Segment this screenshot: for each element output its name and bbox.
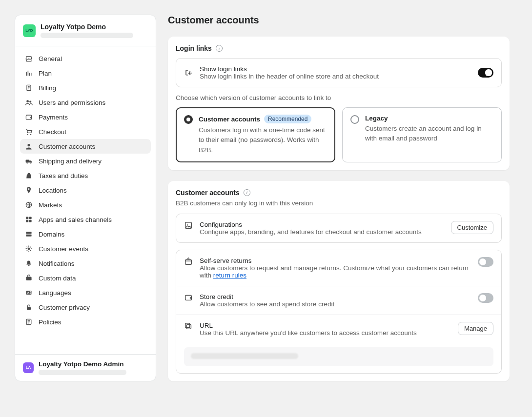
sidebar-item-checkout[interactable]: Checkout (20, 124, 151, 139)
cart-icon (25, 128, 33, 136)
language-icon: A文 (25, 289, 33, 297)
sidebar-item-label: Customer accounts (39, 143, 95, 150)
svg-rect-26 (185, 259, 192, 264)
svg-rect-17 (26, 235, 31, 237)
svg-text:A文: A文 (27, 291, 32, 294)
return-box-icon (184, 257, 193, 266)
sidebar-item-label: Custom data (39, 275, 76, 282)
wallet-icon (25, 113, 33, 121)
sidebar-item-label: Customer privacy (39, 304, 90, 311)
sidebar-item-domains[interactable]: Domains (20, 227, 151, 241)
account-version-option-legacy[interactable]: LegacyCustomers create an account and lo… (342, 107, 502, 162)
copy-icon (184, 322, 193, 331)
policies-icon (25, 318, 33, 326)
svg-point-8 (27, 162, 28, 163)
sidebar-header: LYD Loyalty Yotpo Demo (15, 15, 156, 46)
svg-rect-14 (26, 220, 28, 222)
sidebar-item-taxes-and-duties[interactable]: Taxes and duties (20, 168, 151, 183)
url-placeholder (191, 353, 298, 359)
lock-icon (25, 303, 33, 311)
account-version-option-customer-accounts[interactable]: Customer accountsRecommendedCustomers lo… (176, 107, 335, 162)
person-icon (25, 142, 33, 150)
sidebar-item-locations[interactable]: Locations (20, 183, 151, 198)
svg-rect-15 (29, 220, 32, 222)
login-links-card: Login links i Show login links Show logi… (168, 37, 510, 170)
configurations-desc: Configure apps, branding, and features f… (200, 228, 444, 236)
sidebar-item-apps-and-sales-channels[interactable]: Apps and sales channels (20, 212, 151, 227)
svg-rect-22 (27, 307, 31, 310)
info-icon[interactable]: i (216, 45, 223, 52)
events-icon (25, 245, 33, 253)
svg-rect-29 (185, 323, 190, 327)
sidebar-item-label: Policies (39, 318, 61, 326)
return-rules-link[interactable]: return rules (213, 272, 246, 279)
svg-point-9 (30, 162, 31, 163)
sidebar-item-label: Payments (39, 114, 68, 121)
option-title: Customer accounts (199, 116, 260, 123)
manage-url-button[interactable]: Manage (458, 322, 493, 335)
sidebar-item-label: Checkout (39, 128, 66, 136)
sidebar-item-languages[interactable]: A文Languages (20, 285, 151, 300)
sidebar-item-policies[interactable]: Policies (20, 315, 151, 329)
sidebar-item-label: Domains (39, 231, 64, 238)
show-login-links-toggle[interactable] (478, 68, 493, 78)
info-icon[interactable]: i (244, 189, 250, 196)
chart-icon (25, 69, 33, 77)
sidebar-item-general[interactable]: General (20, 51, 151, 66)
customize-button[interactable]: Customize (451, 221, 493, 234)
sidebar-item-shipping-and-delivery[interactable]: Shipping and delivery (20, 154, 151, 168)
main-content: Customer accounts Login links i Show log… (168, 15, 510, 381)
url-label: URL (200, 322, 451, 329)
sidebar-item-markets[interactable]: Markets (20, 198, 151, 212)
svg-point-6 (27, 144, 30, 146)
svg-point-4 (27, 134, 28, 135)
admin-logo: LA (23, 362, 34, 373)
sidebar-item-users-and-permissions[interactable]: Users and permissions (20, 95, 151, 110)
sidebar-item-notifications[interactable]: Notifications (20, 256, 151, 271)
show-login-links-label: Show login links (200, 65, 471, 73)
sidebar-item-label: Notifications (39, 260, 75, 267)
sidebar-item-billing[interactable]: Billing (20, 80, 151, 95)
url-value-box[interactable] (184, 347, 493, 366)
svg-point-2 (29, 100, 31, 102)
svg-point-25 (187, 223, 188, 224)
app-title: Loyalty Yotpo Demo (41, 23, 133, 31)
option-title: Legacy (365, 115, 388, 122)
sidebar-item-payments[interactable]: Payments (20, 110, 151, 124)
self-serve-returns-row: Self-serve returns Allow customers to re… (176, 250, 501, 286)
self-serve-returns-toggle[interactable] (478, 257, 493, 267)
sidebar-item-customer-accounts[interactable]: Customer accounts (20, 139, 151, 154)
settings-sidebar: LYD Loyalty Yotpo Demo GeneralPlanBillin… (15, 15, 156, 381)
bell-icon (25, 259, 33, 267)
store-credit-label: Store credit (200, 293, 471, 300)
svg-point-5 (30, 134, 31, 135)
sidebar-item-customer-privacy[interactable]: Customer privacy (20, 300, 151, 315)
svg-point-18 (28, 248, 30, 250)
sidebar-item-label: Apps and sales channels (39, 216, 112, 223)
store-credit-toggle[interactable] (478, 293, 493, 303)
option-desc: Customers log in with a one-time code se… (199, 125, 327, 155)
sidebar-item-label: Plan (39, 70, 52, 77)
svg-point-1 (26, 100, 29, 102)
configurations-label: Configurations (200, 221, 444, 228)
sidebar-item-label: Locations (39, 187, 67, 194)
bag-icon (25, 172, 33, 179)
sidebar-item-customer-events[interactable]: Customer events (20, 241, 151, 256)
svg-rect-13 (29, 217, 32, 219)
admin-subtitle-placeholder (39, 370, 126, 375)
sidebar-item-plan[interactable]: Plan (20, 66, 151, 80)
page-title: Customer accounts (168, 15, 510, 26)
url-row: URL Use this URL anywhere you'd like cus… (176, 315, 501, 373)
radio-icon (350, 115, 359, 124)
url-desc: Use this URL anywhere you'd like custome… (200, 329, 451, 337)
feature-group: Self-serve returns Allow customers to re… (176, 250, 502, 374)
show-login-links-desc: Show login links in the header of online… (200, 73, 471, 80)
option-desc: Customers create an account and log in w… (365, 124, 493, 144)
svg-rect-28 (186, 324, 191, 329)
svg-rect-12 (26, 217, 28, 219)
sidebar-item-custom-data[interactable]: Custom data (20, 271, 151, 285)
store-icon (25, 55, 33, 62)
sidebar-item-label: Shipping and delivery (39, 158, 102, 165)
radio-icon (184, 115, 193, 124)
truck-icon (25, 157, 33, 165)
